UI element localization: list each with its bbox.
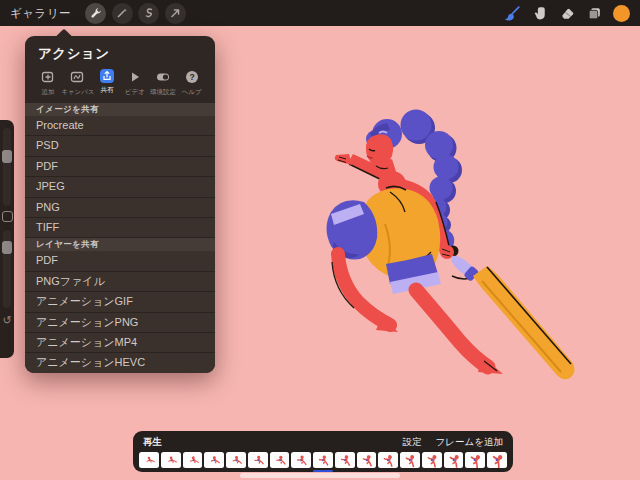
frame-thumbnail-5[interactable] bbox=[226, 452, 246, 468]
brush-tool-button[interactable] bbox=[505, 5, 522, 22]
share-option-psd[interactable]: PSD bbox=[25, 136, 215, 156]
frame-thumbnail-8[interactable] bbox=[291, 452, 311, 468]
share-option-pngファイル[interactable]: PNGファイル bbox=[25, 272, 215, 292]
share-option-procreate[interactable]: Procreate bbox=[25, 116, 215, 136]
section-header: イメージを共有 bbox=[25, 103, 215, 116]
opacity-handle[interactable] bbox=[2, 241, 12, 254]
frame-thumbnail-16[interactable] bbox=[465, 452, 485, 468]
frame-thumbnail-10[interactable] bbox=[335, 452, 355, 468]
share-option-アニメーションhevc[interactable]: アニメーションHEVC bbox=[25, 353, 215, 372]
svg-text:?: ? bbox=[189, 72, 194, 82]
timeline-settings-button[interactable]: 設定 bbox=[403, 436, 422, 449]
preferences-toggle-icon bbox=[155, 69, 171, 85]
frame-thumbnail-14[interactable] bbox=[422, 452, 442, 468]
magic-wand-icon bbox=[116, 7, 128, 19]
transform-button[interactable] bbox=[165, 3, 186, 24]
wrench-icon bbox=[90, 7, 102, 19]
frame-thumbnail-12[interactable] bbox=[378, 452, 398, 468]
selection-s-icon bbox=[143, 7, 155, 19]
frame-thumbnail-2[interactable] bbox=[161, 452, 181, 468]
frame-strip bbox=[139, 452, 507, 468]
actions-popup: アクション 追加 キャンバス 共有 ビデオ bbox=[25, 36, 215, 373]
frame-thumbnail-6[interactable] bbox=[248, 452, 268, 468]
tab-add[interactable]: 追加 bbox=[34, 69, 62, 97]
adjustments-button[interactable] bbox=[112, 3, 133, 24]
share-option-jpeg[interactable]: JPEG bbox=[25, 177, 215, 197]
share-option-png[interactable]: PNG bbox=[25, 198, 215, 218]
play-button[interactable]: 再生 bbox=[143, 436, 162, 449]
frame-thumbnail-1[interactable] bbox=[139, 452, 159, 468]
actions-wrench-button[interactable] bbox=[85, 3, 106, 24]
tab-video[interactable]: ビデオ bbox=[121, 69, 149, 97]
share-option-pdf[interactable]: PDF bbox=[25, 157, 215, 177]
share-option-アニメーションmp4[interactable]: アニメーションMP4 bbox=[25, 333, 215, 353]
frame-thumbnail-17[interactable] bbox=[487, 452, 507, 468]
smudge-finger-icon bbox=[532, 5, 549, 22]
layers-button[interactable] bbox=[586, 5, 603, 22]
video-play-icon bbox=[127, 69, 143, 85]
brush-sidebar: ↺ bbox=[0, 120, 14, 358]
tab-preferences[interactable]: 環境設定 bbox=[149, 69, 177, 97]
tab-share[interactable]: 共有 bbox=[92, 69, 120, 97]
share-option-アニメーションgif[interactable]: アニメーションGIF bbox=[25, 292, 215, 312]
layers-icon bbox=[586, 5, 603, 22]
eraser-icon bbox=[559, 5, 576, 22]
selection-button[interactable] bbox=[138, 3, 159, 24]
canvas-icon bbox=[69, 69, 85, 85]
gallery-button[interactable]: ギャラリー bbox=[10, 6, 71, 21]
animation-timeline: 再生 設定 フレームを追加 bbox=[133, 431, 513, 472]
add-frame-button[interactable]: フレームを追加 bbox=[436, 436, 503, 449]
frame-thumbnail-4[interactable] bbox=[204, 452, 224, 468]
help-icon: ? bbox=[184, 69, 200, 85]
paint-brush-icon bbox=[505, 5, 522, 22]
eraser-tool-button[interactable] bbox=[559, 5, 576, 22]
section-header: レイヤーを共有 bbox=[25, 238, 215, 251]
add-insert-icon bbox=[40, 69, 56, 85]
share-option-pdf[interactable]: PDF bbox=[25, 251, 215, 271]
frame-thumbnail-9[interactable] bbox=[313, 452, 333, 468]
popup-title: アクション bbox=[25, 36, 215, 68]
share-option-tiff[interactable]: TIFF bbox=[25, 218, 215, 238]
share-menu-list: イメージを共有ProcreatePSDPDFJPEGPNGTIFFレイヤーを共有… bbox=[25, 103, 215, 373]
canvas-artwork bbox=[290, 104, 590, 404]
undo-button[interactable]: ↺ bbox=[0, 314, 14, 327]
frame-thumbnail-15[interactable] bbox=[444, 452, 464, 468]
brush-size-handle[interactable] bbox=[2, 150, 12, 163]
frame-thumbnail-11[interactable] bbox=[357, 452, 377, 468]
frame-thumbnail-3[interactable] bbox=[183, 452, 203, 468]
actions-tab-bar: 追加 キャンバス 共有 ビデオ 環境設定 bbox=[25, 68, 215, 103]
share-option-アニメーションpng[interactable]: アニメーションPNG bbox=[25, 313, 215, 333]
smudge-tool-button[interactable] bbox=[532, 5, 549, 22]
frame-thumbnail-7[interactable] bbox=[270, 452, 290, 468]
cursor-arrow-icon bbox=[169, 7, 181, 19]
tab-canvas[interactable]: キャンバス bbox=[62, 69, 92, 97]
tab-help[interactable]: ? ヘルプ bbox=[178, 69, 206, 97]
brush-size-slider[interactable] bbox=[3, 128, 11, 206]
share-icon bbox=[100, 69, 114, 83]
modify-button[interactable] bbox=[2, 211, 13, 222]
active-color-swatch[interactable] bbox=[613, 5, 630, 22]
home-indicator[interactable] bbox=[240, 473, 400, 478]
top-toolbar: ギャラリー bbox=[0, 0, 640, 26]
frame-thumbnail-13[interactable] bbox=[400, 452, 420, 468]
